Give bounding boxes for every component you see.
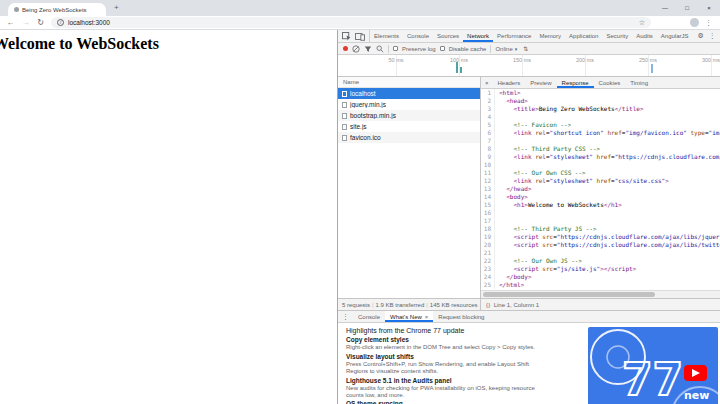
detail-tab-headers[interactable]: Headers [493,77,526,88]
line-number: 5 [481,121,495,129]
devtools-tab-console[interactable]: Console [403,30,433,42]
devtools-tabbar-icons [338,30,370,42]
request-name: bootstrap.min.js [350,112,396,119]
devtools-tab-memory[interactable]: Memory [535,30,565,42]
code-line: 20 <script src="https://cdnjs.cloudflare… [481,241,720,249]
new-tab-button[interactable]: + [114,3,119,12]
site-info-icon[interactable]: i [57,19,64,26]
code-line: 23 <script src="js/site.js"></script> [481,265,720,273]
devtools-tab-sources[interactable]: Sources [433,30,463,42]
refresh-button[interactable]: ↻ [34,18,47,27]
drawer-tab-what-s-new[interactable]: What's New× [385,311,433,322]
code-text: <script src="js/site.js"></script> [495,265,636,273]
profile-avatar[interactable] [690,18,699,27]
forward-button[interactable]: → [19,18,32,27]
network-summary: 5 requests|1.9 KB transferred|145 KB res… [338,299,481,310]
drawer-tab-label: Console [358,314,380,320]
devtools-tabbar-right: ⚙ ⋮ × [693,30,720,42]
bookmark-star-icon[interactable]: ☆ [639,19,645,27]
devtools-tab-elements[interactable]: Elements [370,30,403,42]
requests-table: Name localhostjquery.min.jsbootstrap.min… [338,77,481,298]
minimize-button[interactable]: — [654,5,676,11]
line-number: 23 [481,265,495,273]
devtools-tab-performance[interactable]: Performance [493,30,535,42]
detail-tab-response[interactable]: Response [557,77,594,88]
devtools-tabbar: ElementsConsoleSourcesNetworkPerformance… [338,30,720,43]
devtools-tab-audits[interactable]: Audits [632,30,657,42]
maximize-button[interactable]: □ [676,5,698,11]
line-number: 18 [481,225,495,233]
code-text: <!-- Our Own CSS --> [495,169,586,177]
code-text: <link rel="stylesheet" href="css/site.cs… [495,177,669,185]
device-toolbar-button[interactable] [355,32,365,41]
file-icon [342,135,347,141]
throttling-select[interactable]: Online ▾ [495,46,517,52]
chevron-down-icon: ▾ [515,46,518,52]
network-overview[interactable]: 50 ms100 ms150 ms200 ms250 ms300 ms [338,55,720,77]
close-details-button[interactable]: × [481,77,493,88]
browser-tab[interactable]: Being Zero WebSockets [8,3,106,16]
devtools-tab-angularjs[interactable]: AngularJS [657,30,693,42]
code-line: 19 <script src="https://cdnjs.cloudflare… [481,233,720,241]
back-button[interactable]: ← [4,18,17,27]
address-bar[interactable]: i localhost:3000 ☆ [51,17,651,28]
browser-menu-button[interactable]: ⋮ [705,19,712,27]
request-row-jquery-min-js[interactable]: jquery.min.js [338,99,480,110]
clear-button[interactable] [352,45,360,53]
inspect-element-button[interactable] [342,32,351,41]
detail-tab-timing[interactable]: Timing [625,77,653,88]
line-number: 4 [481,113,495,121]
code-text: <title>Being Zero WebSockets</title> [495,105,644,113]
devtools-tab-application[interactable]: Application [565,30,602,42]
code-area[interactable]: 1<html>2 <head>3 <title>Being Zero WebSo… [481,89,720,290]
column-header-name[interactable]: Name [338,77,480,88]
devtools-tabbar-tabs: ElementsConsoleSourcesNetworkPerformance… [370,30,693,42]
disable-cache-checkbox[interactable] [440,46,445,51]
timeline-label: 250 ms [639,57,657,63]
record-button[interactable] [343,46,348,51]
search-icon[interactable] [376,45,384,53]
devtools-menu-button[interactable]: ⋮ [709,32,716,40]
drawer-tabs-list: ConsoleWhat's New×Request blocking [353,311,489,322]
file-icon [342,91,347,97]
drawer-tab-console[interactable]: Console [353,311,385,322]
whats-new-banner[interactable]: 77 new [588,327,718,404]
detail-tab-cookies[interactable]: Cookies [594,77,626,88]
file-icon [342,102,347,108]
youtube-play-icon[interactable] [684,365,707,381]
detail-tab-preview[interactable]: Preview [525,77,556,88]
drawer-tabbar: ⋮ ConsoleWhat's New×Request blocking [338,311,720,323]
pretty-print-button[interactable]: { } [486,302,490,308]
code-text: <!-- Third Party CSS --> [495,145,600,153]
preserve-log-checkbox[interactable] [393,46,398,51]
code-line: 21 [481,249,720,257]
line-number: 21 [481,249,495,257]
code-line: 11 <!-- Our Own CSS --> [481,169,720,177]
filter-icon[interactable] [364,45,372,53]
close-button[interactable]: × [698,5,720,11]
request-name: favicon.ico [350,134,381,141]
devtools-tab-security[interactable]: Security [602,30,632,42]
tab-title: Being Zero WebSockets [22,7,87,13]
request-row-localhost[interactable]: localhost [338,88,480,99]
line-number: 20 [481,241,495,249]
request-row-bootstrap-min-js[interactable]: bootstrap.min.js [338,110,480,121]
import-export-har-icon[interactable]: ⇅ [523,45,528,52]
drawer-menu-button[interactable]: ⋮ [338,311,353,322]
code-line: 5 <!-- Favicon --> [481,121,720,129]
scrollbar-thumb[interactable] [483,292,655,297]
code-text: <!-- Favicon --> [495,121,571,129]
line-number: 13 [481,185,495,193]
site-favicon-icon [14,7,19,12]
code-text [495,137,499,145]
code-text: </head> [495,185,532,193]
close-icon[interactable]: × [425,314,429,320]
horizontal-scrollbar[interactable] [481,290,720,298]
settings-gear-icon[interactable]: ⚙ [698,32,704,40]
request-row-favicon-ico[interactable]: favicon.ico [338,132,480,143]
drawer-tab-request-blocking[interactable]: Request blocking [433,311,489,322]
tab-strip: Being Zero WebSockets + — □ × [0,0,720,16]
request-row-site-js[interactable]: site.js [338,121,480,132]
devtools-tab-network[interactable]: Network [463,30,493,42]
timeline-activity-bar [456,62,458,73]
